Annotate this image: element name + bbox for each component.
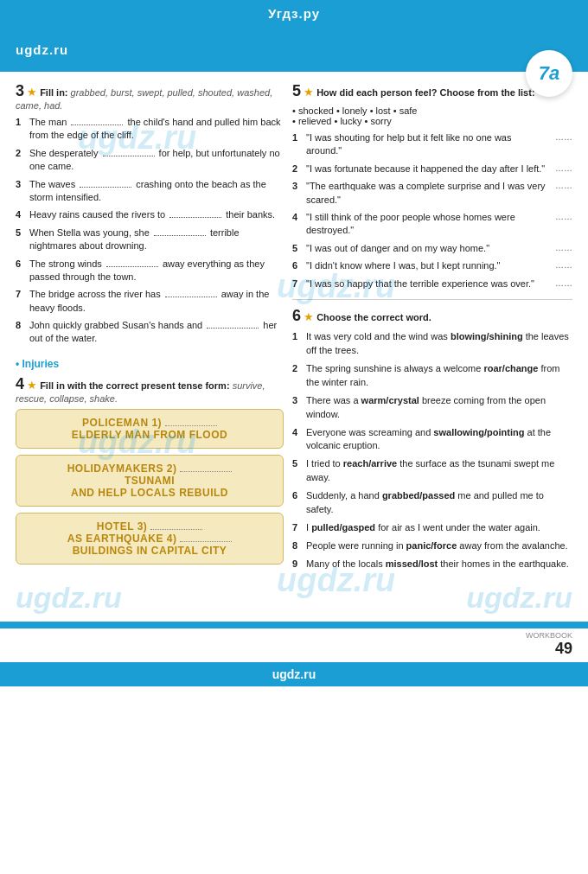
word-row-1: • shocked • lonely • lost • safe bbox=[292, 105, 572, 116]
bottom-watermark-left: ugdz.ru bbox=[16, 581, 122, 615]
item-text: Everyone was screaming and swallowing/po… bbox=[306, 426, 572, 454]
blank[interactable] bbox=[71, 124, 123, 125]
item-num: 8 bbox=[16, 319, 26, 346]
list-item: 2 She desperately for help, but unfortun… bbox=[16, 147, 284, 174]
item-text: When Stella was young, she terrible nigh… bbox=[29, 226, 284, 253]
answer-slot[interactable]: …… bbox=[552, 278, 572, 290]
header-logo: ugdz.ru bbox=[16, 42, 68, 57]
item-num: 2 bbox=[16, 147, 26, 174]
left-column: 3 ★ Fill in: grabbed, burst, swept, pull… bbox=[16, 82, 284, 576]
blank[interactable] bbox=[165, 297, 217, 297]
item-text: Suddenly, a hand grabbed/passed me and p… bbox=[306, 489, 572, 517]
injuries-section: • Injuries 4 ★ Fill in with the correct … bbox=[16, 358, 284, 565]
card1-line1: POLICEMAN 1) bbox=[25, 417, 274, 429]
blank[interactable] bbox=[106, 266, 158, 267]
section3-star: ★ bbox=[27, 86, 37, 99]
blank[interactable] bbox=[169, 217, 221, 218]
item-text: People were running in panic/force away … bbox=[306, 539, 572, 553]
blank[interactable] bbox=[103, 156, 155, 156]
card2-line3: AND HELP LOCALS REBUILD bbox=[25, 487, 274, 499]
card3-line3: BUILDINGS IN CAPITAL CITY bbox=[25, 545, 274, 557]
list-item: 1 The man the child's hand and pulled hi… bbox=[16, 116, 284, 143]
list-item: 1 "I was shouting for help but it felt l… bbox=[292, 131, 572, 158]
item-num: 6 bbox=[292, 489, 303, 517]
section5-words: • shocked • lonely • lost • safe • relie… bbox=[292, 105, 572, 126]
list-item: 3 "The earthquake was a complete surpris… bbox=[292, 180, 572, 207]
list-item: 7 The bridge across the river has away i… bbox=[16, 288, 284, 315]
list-item: 8 People were running in panic/force awa… bbox=[292, 539, 572, 553]
item-num: 1 bbox=[16, 116, 26, 143]
item-num: 3 bbox=[292, 180, 303, 207]
choice: pulled/gasped bbox=[311, 522, 375, 533]
card3-blank1[interactable] bbox=[150, 529, 202, 530]
bottom-site-bar: ugdz.ru bbox=[0, 662, 588, 686]
item-num: 1 bbox=[292, 330, 303, 358]
card3-line2: AS EARTHQUAKE 4) bbox=[25, 533, 274, 545]
header: ugdz.ru 7a bbox=[0, 27, 588, 72]
item-text: "I didn't know where I was, but I kept r… bbox=[306, 259, 548, 272]
section5-star: ★ bbox=[304, 86, 314, 99]
item-text: John quickly grabbed Susan's hands and h… bbox=[29, 319, 284, 346]
item-text: It was very cold and the wind was blowin… bbox=[306, 330, 572, 358]
list-item: 6 The strong winds away everything as th… bbox=[16, 258, 284, 284]
section3-list: 1 The man the child's hand and pulled hi… bbox=[16, 116, 284, 346]
item-text: The spring sunshine is always a welcome … bbox=[306, 362, 572, 390]
answer-slot[interactable]: …… bbox=[552, 211, 572, 238]
injuries-label: • Injuries bbox=[16, 358, 284, 370]
list-item: 5 When Stella was young, she terrible ni… bbox=[16, 226, 284, 253]
list-item: 7 I pulled/gasped for air as I went unde… bbox=[292, 521, 572, 535]
section5-title: How did each person feel? Choose from th… bbox=[316, 87, 534, 98]
item-text: The bridge across the river has away in … bbox=[29, 288, 284, 315]
list-item: 8 John quickly grabbed Susan's hands and… bbox=[16, 319, 284, 346]
item-text: There was a warm/crystal breeze coming f… bbox=[306, 394, 572, 422]
card2-blank[interactable] bbox=[180, 471, 232, 472]
item-text: "I was out of danger and on my way home.… bbox=[306, 242, 548, 255]
choice: blowing/shining bbox=[451, 331, 523, 341]
list-item: 5 I tried to reach/arrive the surface as… bbox=[292, 457, 572, 485]
blank[interactable] bbox=[154, 235, 206, 236]
footer-row: WORKBOOK 49 bbox=[0, 628, 588, 662]
item-num: 7 bbox=[16, 288, 26, 315]
item-num: 5 bbox=[16, 226, 26, 253]
item-num: 4 bbox=[292, 426, 303, 454]
word-row-2: • relieved • lucky • sorry bbox=[292, 116, 572, 126]
list-item: 1 It was very cold and the wind was blow… bbox=[292, 330, 572, 358]
item-text: I pulled/gasped for air as I went under … bbox=[306, 521, 572, 535]
item-num: 5 bbox=[292, 457, 303, 485]
choice: missed/lost bbox=[386, 558, 438, 569]
item-num: 5 bbox=[292, 242, 303, 255]
answer-slot[interactable]: …… bbox=[552, 163, 572, 175]
choice: reach/arrive bbox=[343, 458, 397, 469]
blank[interactable] bbox=[207, 328, 259, 329]
section4-star: ★ bbox=[27, 379, 37, 392]
section4-num: 4 bbox=[16, 375, 24, 392]
card-hotel: HOTEL 3) AS EARTHQUAKE 4) BUILDINGS IN C… bbox=[16, 513, 284, 565]
card1-line2: ELDERLY MAN FROM FLOOD bbox=[25, 429, 274, 441]
answer-slot[interactable]: …… bbox=[552, 131, 572, 158]
section3-header: 3 ★ Fill in: grabbed, burst, swept, pull… bbox=[16, 82, 284, 111]
section3-num: 3 bbox=[16, 82, 24, 99]
page: Угдз.ру ugdz.ru 7a ugdz.ru ugdz.ru ugdz.… bbox=[0, 0, 588, 874]
section3-title: Fill in: bbox=[40, 87, 67, 98]
item-num: 6 bbox=[292, 259, 303, 272]
section4-title: Fill in with the correct present tense f… bbox=[40, 380, 229, 391]
list-item: 6 "I didn't know where I was, but I kept… bbox=[292, 259, 572, 272]
answer-slot[interactable]: …… bbox=[552, 242, 572, 255]
section4-header: 4 ★ Fill in with the correct present ten… bbox=[16, 375, 284, 404]
bottom-watermark-right: ugdz.ru bbox=[466, 581, 572, 615]
blank[interactable] bbox=[80, 187, 131, 188]
item-num: 7 bbox=[292, 278, 303, 290]
card1-blank[interactable] bbox=[165, 425, 217, 426]
footer-workbook: WORKBOOK 49 bbox=[526, 631, 572, 658]
item-text: "I was fortunate because it happened the… bbox=[306, 163, 548, 175]
list-item: 2 "I was fortunate because it happened t… bbox=[292, 163, 572, 175]
top-bar: Угдз.ру bbox=[0, 0, 588, 27]
answer-slot[interactable]: …… bbox=[552, 259, 572, 272]
answer-slot[interactable]: …… bbox=[552, 180, 572, 207]
item-num: 3 bbox=[16, 178, 26, 205]
choice: panic/force bbox=[406, 540, 457, 551]
bottom-watermark-row: ugdz.ru ugdz.ru bbox=[0, 579, 588, 616]
section6-title: Choose the correct word. bbox=[316, 312, 431, 322]
list-item: 5 "I was out of danger and on my way hom… bbox=[292, 242, 572, 255]
card3-blank2[interactable] bbox=[180, 541, 232, 542]
